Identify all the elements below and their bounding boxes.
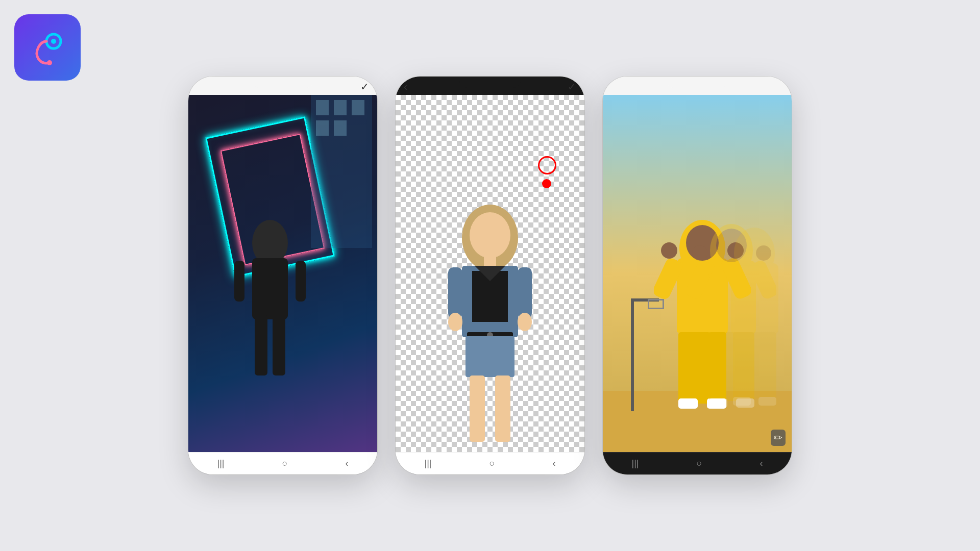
svg-point-16 <box>470 212 510 258</box>
svg-rect-25 <box>448 267 462 318</box>
svg-rect-4 <box>252 258 288 319</box>
phone2-check[interactable]: ✓ <box>568 81 576 93</box>
phone-3: ✏ ✕ MOTION ✓ Count <box>603 77 792 474</box>
phone2-nav-back[interactable]: ‹ <box>552 458 555 469</box>
svg-rect-64 <box>758 397 776 406</box>
svg-rect-11 <box>334 100 347 115</box>
phone1-bottom-nav: ||| ○ ‹ <box>188 452 377 474</box>
phone3-eraser-btn[interactable]: ✏ <box>771 430 786 446</box>
phone3-nav-back[interactable]: ‹ <box>760 458 763 469</box>
app-logo[interactable] <box>14 14 81 81</box>
phone2-top-bar: ‹ ✓ <box>396 77 584 95</box>
phones-container: ✓ <box>188 77 792 474</box>
phone1-top-bar: ✓ <box>188 77 377 95</box>
phone2-checkered-bg <box>396 95 584 452</box>
phone1-bg <box>188 95 377 452</box>
svg-rect-10 <box>316 100 329 115</box>
svg-rect-26 <box>518 267 532 318</box>
svg-rect-23 <box>470 375 485 442</box>
svg-point-2 <box>47 60 52 65</box>
phone3-nav-lines[interactable]: ||| <box>632 458 639 469</box>
phone2-woman <box>424 197 556 452</box>
phone2-back[interactable]: ‹ <box>404 81 407 94</box>
phone-1: ✓ <box>188 77 377 474</box>
bball-pole <box>631 299 634 411</box>
svg-point-48 <box>661 242 677 259</box>
phone2-bottom-nav: ||| ○ ‹ <box>396 452 584 474</box>
phone1-notch <box>252 77 313 88</box>
phone3-top-bar <box>603 77 792 95</box>
phone3-notch <box>667 77 728 88</box>
svg-point-58 <box>692 245 707 261</box>
phone1-building <box>301 95 377 248</box>
svg-rect-24 <box>495 375 510 442</box>
phone1-content: ⊡ Spiral Shape Frame ▷ ♥ <box>188 95 377 452</box>
svg-rect-5 <box>255 314 267 375</box>
svg-rect-6 <box>273 314 285 375</box>
svg-point-27 <box>448 313 462 331</box>
svg-rect-12 <box>352 100 364 115</box>
svg-point-28 <box>518 313 532 331</box>
svg-rect-13 <box>316 120 329 136</box>
svg-point-61 <box>734 228 775 279</box>
svg-point-1 <box>51 39 56 44</box>
phone2-nav-home[interactable]: ○ <box>489 458 495 469</box>
svg-rect-14 <box>334 120 347 136</box>
phone2-notch <box>459 77 521 88</box>
phone2-eraser-circle <box>538 156 556 174</box>
phone1-nav-home[interactable]: ○ <box>282 458 288 469</box>
svg-rect-7 <box>234 261 244 302</box>
phone1-nav-lines[interactable]: ||| <box>217 458 225 469</box>
phone1-nav-back[interactable]: ‹ <box>345 458 348 469</box>
phone2-content: Size 20 Offset <box>396 95 584 452</box>
phone-2: ‹ ✓ <box>396 77 584 474</box>
app-logo-icon <box>27 27 68 68</box>
svg-rect-22 <box>465 336 514 377</box>
phone3-bg: ✏ <box>603 95 792 452</box>
svg-rect-8 <box>296 261 306 302</box>
phone3-person-ghost2 <box>713 207 792 411</box>
phone1-check[interactable]: ✓ <box>360 81 369 93</box>
phone3-nav-home[interactable]: ○ <box>697 458 702 469</box>
svg-rect-63 <box>733 397 751 406</box>
phone2-eraser-dot <box>542 179 551 188</box>
phone3-content: ✏ ✕ MOTION ✓ Count <box>603 95 792 452</box>
phone2-nav-lines[interactable]: ||| <box>425 458 432 469</box>
phone3-bottom-nav: ||| ○ ‹ <box>603 452 792 474</box>
svg-rect-9 <box>311 95 372 248</box>
svg-rect-62 <box>733 332 776 398</box>
